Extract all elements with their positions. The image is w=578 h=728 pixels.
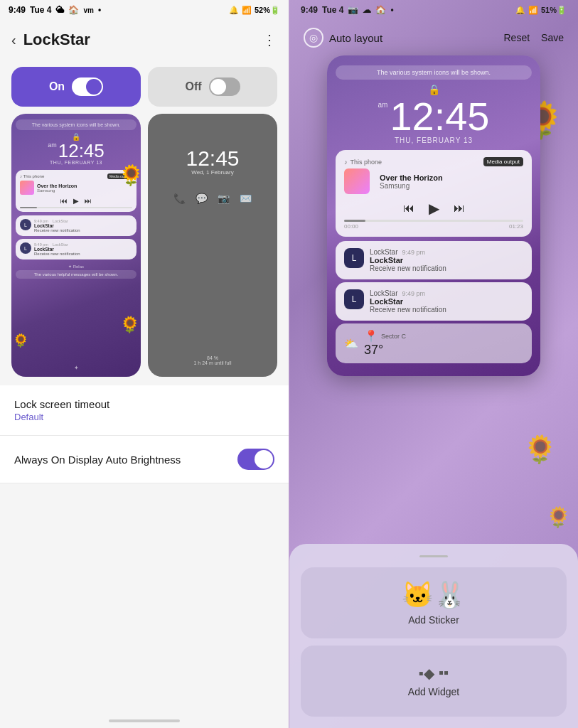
aod-text: Always On Display Auto Brightness bbox=[14, 454, 181, 466]
page-title: LockStar bbox=[23, 31, 90, 49]
right-phone-preview[interactable]: The various system icons will be shown. … bbox=[327, 55, 540, 376]
add-sticker-button[interactable]: 🐱🐰 Add Sticker bbox=[301, 567, 567, 638]
off-preview-time: 12:45 bbox=[186, 148, 239, 169]
preview-notif2-icon: L bbox=[20, 242, 31, 254]
preview-progress-bar bbox=[20, 207, 132, 208]
preview-notif1-app: LockStar bbox=[53, 219, 68, 223]
left-dot-icon: • bbox=[98, 5, 101, 15]
left-status-right: 🔔 📶 52%🔋 bbox=[229, 6, 280, 15]
on-label: On bbox=[49, 80, 65, 93]
rp-weather-loc: Sector C bbox=[381, 333, 406, 340]
off-preview-phone[interactable]: 12:45 Wed, 1 February 📞 💬 📷 ✉️ 84 % 1 h … bbox=[148, 114, 277, 377]
preview-notif1-body: 9:49 pm LockStar LockStar Receive new no… bbox=[34, 219, 80, 232]
bottom-panel: 🐱🐰 Add Sticker ▪◆ ▪▪ Add Widget bbox=[289, 544, 578, 728]
rp-prev-icon[interactable]: ⏮ bbox=[403, 202, 414, 215]
off-thumb bbox=[210, 79, 226, 95]
rp-media-artist: Samsung bbox=[380, 182, 518, 190]
widget-label: Add Widget bbox=[408, 686, 459, 697]
menu-button[interactable]: ⋮ bbox=[262, 31, 277, 48]
preview-notif1: L 9:49 pm LockStar LockStar Receive new … bbox=[16, 215, 137, 236]
right-wifi-icon: 📶 bbox=[528, 6, 538, 15]
right-time: 9:49 bbox=[301, 5, 318, 15]
off-preview-inner: 12:45 Wed, 1 February 📞 💬 📷 ✉️ 84 % 1 h … bbox=[148, 114, 277, 377]
left-bell-icon: 🔔 bbox=[229, 6, 239, 15]
preview-media-phone: ♪ This phone bbox=[20, 174, 44, 178]
rp-album-art bbox=[344, 168, 370, 194]
rp-play-icon[interactable]: ▶ bbox=[429, 200, 439, 217]
rp-weather-card: ⛅ 📍 Sector C 37° bbox=[336, 323, 532, 363]
off-switch[interactable] bbox=[209, 77, 240, 96]
left-home-bar-line bbox=[109, 719, 180, 722]
off-label: Off bbox=[185, 80, 201, 93]
right-battery: 51%🔋 bbox=[541, 6, 567, 15]
rp-weather-temp: 37° bbox=[364, 343, 383, 357]
bg-sunflower-2: 🌻 bbox=[523, 434, 557, 465]
right-cloud-icon: ☁ bbox=[363, 5, 371, 15]
off-preview-icons: 📞 💬 📷 ✉️ bbox=[173, 193, 252, 204]
preview-media-controls: ⏮ ▶ ⏭ bbox=[20, 197, 132, 205]
rp-media-phone: ♪ This phone bbox=[344, 159, 382, 166]
left-wifi-icon: 📶 bbox=[242, 6, 252, 15]
rp-notif1-icon: L bbox=[344, 248, 364, 268]
rp-media-controls[interactable]: ⏮ ▶ ⏭ bbox=[344, 200, 523, 217]
add-widget-button[interactable]: ▪◆ ▪▪ Add Widget bbox=[301, 646, 567, 717]
bg-sunflower-3: 🌻 bbox=[546, 505, 571, 529]
toggle-row: On Off bbox=[0, 60, 289, 114]
preview-notif2: L 9:49 pm LockStar LockStar Receive new … bbox=[16, 239, 137, 259]
rp-inner: The various system icons will be shown. … bbox=[327, 55, 540, 376]
rp-media-top: ♪ This phone Media output bbox=[344, 157, 523, 166]
rp-weather-loc-icon: 📍 bbox=[364, 329, 378, 343]
right-header-actions: Reset Save bbox=[504, 32, 564, 43]
on-preview-phone[interactable]: 🌻 🌻 🌻 The various system icons will be s… bbox=[11, 114, 141, 377]
rp-notif2-body: LockStar 9:49 pm LockStar Receive new no… bbox=[370, 289, 446, 314]
preview-notif1-icon: L bbox=[20, 219, 31, 230]
right-status-right: 🔔 📶 51%🔋 bbox=[515, 6, 567, 15]
auto-layout-left: ◎ Auto layout bbox=[304, 28, 382, 48]
on-switch[interactable] bbox=[72, 77, 103, 96]
left-home-bar bbox=[0, 714, 289, 728]
rp-progress-fill bbox=[344, 220, 365, 222]
reset-button[interactable]: Reset bbox=[504, 32, 530, 43]
rp-next-icon[interactable]: ⏭ bbox=[454, 202, 465, 215]
on-toggle-button[interactable]: On bbox=[11, 67, 141, 107]
left-status-left: 9:49 Tue 4 🌥 🏠 vm • bbox=[9, 5, 101, 15]
rp-notif1-text: Receive new notification bbox=[370, 264, 446, 272]
rp-notif2-title: LockStar bbox=[370, 297, 446, 306]
preview-album-art bbox=[20, 181, 34, 195]
rp-media-title: Over the Horizon bbox=[380, 173, 518, 182]
back-button[interactable]: ‹ bbox=[11, 32, 16, 48]
lock-timeout-sub: Default bbox=[14, 412, 109, 422]
sunflower-left-bottom: 🌻 bbox=[13, 333, 28, 348]
rp-notif1[interactable]: L LockStar 9:49 pm LockStar Receive new … bbox=[336, 241, 532, 279]
on-thumb bbox=[86, 79, 102, 95]
rp-notif1-app: LockStar bbox=[370, 248, 397, 256]
rp-weather-icon: ⛅ bbox=[344, 337, 358, 350]
rp-notif2[interactable]: L LockStar 9:49 pm LockStar Receive new … bbox=[336, 282, 532, 321]
rp-weather-info: 📍 Sector C 37° bbox=[364, 329, 406, 358]
preview-sys-notice: The various system icons will be shown. bbox=[16, 119, 137, 130]
sticker-icon: 🐱🐰 bbox=[402, 580, 466, 610]
rp-media-card[interactable]: ♪ This phone Media output Over the Horiz… bbox=[336, 150, 532, 237]
preview-am: am bbox=[48, 141, 57, 149]
lock-timeout-item[interactable]: Lock screen timeout Default bbox=[0, 385, 289, 436]
preview-play-icon: ▶ bbox=[73, 197, 79, 205]
preview-bottom-star: ✦ bbox=[74, 365, 79, 371]
left-time: 9:49 bbox=[9, 5, 26, 15]
sticker-label: Add Sticker bbox=[408, 614, 459, 626]
sunflower-right-top: 🌻 bbox=[119, 164, 141, 187]
aod-toggle[interactable] bbox=[237, 449, 274, 470]
right-day: Tue 4 bbox=[322, 5, 343, 15]
save-button[interactable]: Save bbox=[541, 32, 564, 43]
off-preview-battery: 84 % 1 h 24 m until full bbox=[194, 355, 232, 365]
preview-prev-icon: ⏮ bbox=[60, 197, 68, 205]
bottom-panel-divider bbox=[419, 555, 448, 557]
preview-notif2-text: Receive new notification bbox=[34, 252, 80, 256]
preview-bottom-icons: ✦ bbox=[16, 362, 137, 371]
aod-item[interactable]: Always On Display Auto Brightness bbox=[0, 436, 289, 483]
right-bell-icon: 🔔 bbox=[515, 6, 525, 15]
off-toggle-button[interactable]: Off bbox=[148, 67, 277, 107]
left-panel: 9:49 Tue 4 🌥 🏠 vm • 🔔 📶 52%🔋 ‹ LockStar … bbox=[0, 0, 289, 728]
left-day: Tue 4 bbox=[30, 5, 51, 15]
preview-time-row: am 12:45 bbox=[16, 141, 137, 160]
rp-media-info: Over the Horizon Samsung bbox=[374, 173, 523, 190]
